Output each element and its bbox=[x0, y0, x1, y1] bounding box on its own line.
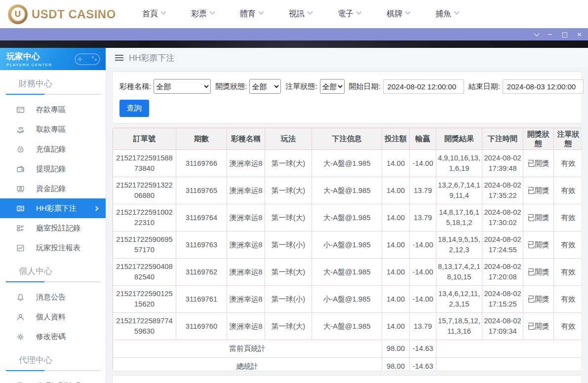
order-status-select[interactable]: 全部 bbox=[320, 79, 345, 94]
column-header: 投注額 bbox=[382, 128, 410, 150]
sidebar-item-label: 個人資料 bbox=[36, 312, 66, 322]
sidebar-item[interactable]: HH彩票下注 bbox=[0, 198, 106, 218]
profile-icon bbox=[16, 312, 25, 321]
withdraw-icon bbox=[16, 125, 25, 134]
chevron-down-icon bbox=[405, 9, 410, 15]
table-cell: 澳洲幸运8 bbox=[227, 150, 265, 177]
column-header: 下注時間 bbox=[482, 128, 523, 150]
table-cell: 有效 bbox=[554, 231, 583, 259]
table-cell: 已開獎 bbox=[523, 286, 554, 313]
table-cell: 已開獎 bbox=[523, 313, 554, 340]
nav-item-4[interactable]: 視訊 bbox=[289, 9, 312, 19]
sidebar-item[interactable]: 代理規則說明 bbox=[0, 376, 106, 383]
table-cell: 澳洲幸运8 bbox=[227, 204, 265, 231]
table-cell: 2152172259069557170 bbox=[113, 231, 176, 259]
section-divider bbox=[6, 281, 101, 282]
nav-item-6[interactable]: 棋牌 bbox=[387, 9, 410, 19]
sidebar-item[interactable]: 提現記錄 bbox=[0, 159, 106, 179]
sidebar-item[interactable]: 個人資料 bbox=[0, 307, 106, 327]
sidebar-item[interactable]: 修改密碼 bbox=[0, 327, 106, 346]
withdrawal-record-icon bbox=[16, 164, 25, 173]
sidebar-item-label: 存款專區 bbox=[36, 105, 66, 115]
table-cell: 14.00 bbox=[382, 231, 410, 259]
coin-letter: U bbox=[10, 6, 26, 22]
table-cell: 已開獎 bbox=[523, 177, 554, 204]
window-maximize-button[interactable]: □ bbox=[562, 31, 568, 38]
table-cell: 2152172259158873840 bbox=[113, 150, 176, 177]
table-cell: 2152172259132206880 bbox=[113, 177, 176, 204]
table-cell: 13,4,6,12,11,2,3,15 bbox=[436, 286, 482, 313]
sidebar-item[interactable]: 資金記錄 bbox=[0, 179, 106, 198]
app-window: U USDT CASINO 首頁彩票體育視訊電子棋牌捕魚 − □ × 玩家中心 … bbox=[0, 0, 588, 383]
summary-empty-cell bbox=[436, 358, 583, 372]
table-cell: 4,9,10,16,13,1,6,19 bbox=[436, 150, 482, 177]
lottery-name-select[interactable]: 全部 bbox=[154, 79, 211, 94]
page-title: HH彩票下注 bbox=[129, 52, 175, 64]
table-cell: 2024-08-02 17:35:22 bbox=[482, 177, 523, 204]
table-cell: 14.00 bbox=[382, 313, 410, 340]
table-cell: 大-A盤@1.985 bbox=[312, 150, 382, 177]
end-date-input[interactable] bbox=[503, 79, 584, 94]
sidebar-item[interactable]: 玩家投注報表 bbox=[0, 238, 106, 258]
main-nav: 首頁彩票體育視訊電子棋牌捕魚 bbox=[142, 9, 459, 19]
draw-status-select[interactable]: 全部 bbox=[249, 79, 281, 94]
search-button[interactable]: 查詢 bbox=[119, 100, 149, 117]
table-row: 215217225913220688031169765澳洲幸运8第一球(大)大-… bbox=[113, 177, 583, 204]
sidebar-item[interactable]: 充值記錄 bbox=[0, 139, 106, 159]
table-cell: 2024-08-02 17:39:48 bbox=[482, 150, 523, 177]
bets-table-panel: 訂單號期數彩種名稱玩法下注信息投注額輸贏開獎結果下注時間開獎狀態注單狀態 215… bbox=[112, 127, 582, 371]
table-cell: 澳洲幸运8 bbox=[227, 286, 265, 313]
column-header: 期數 bbox=[176, 128, 227, 150]
window-close-button[interactable]: × bbox=[577, 31, 582, 38]
table-cell: 2152172259040882540 bbox=[113, 259, 176, 286]
draw-status-label: 開獎狀態: bbox=[215, 82, 247, 91]
table-cell: 31169764 bbox=[176, 204, 227, 231]
table-cell: -14.00 bbox=[410, 150, 436, 177]
sidebar-toggle-icon[interactable] bbox=[115, 55, 123, 61]
table-row: 215217225904088254031169762澳洲幸运8第一球(大)大-… bbox=[113, 259, 583, 286]
table-cell: 13.79 bbox=[410, 177, 436, 204]
chevron-down-icon bbox=[307, 9, 313, 15]
funds-record-icon bbox=[16, 184, 25, 193]
column-header: 輸贏 bbox=[410, 128, 436, 150]
chevron-down-icon bbox=[258, 9, 264, 15]
start-date-label: 開始日期: bbox=[349, 82, 381, 91]
column-header: 下注信息 bbox=[312, 128, 382, 150]
sidebar-section-title: 代理中心 bbox=[19, 354, 106, 366]
table-cell: 2152172259012515620 bbox=[113, 286, 176, 313]
table-cell: 2024-08-02 17:09:34 bbox=[482, 313, 523, 340]
sidebar-item[interactable]: 存款專區 bbox=[0, 100, 106, 119]
start-date-input[interactable] bbox=[383, 79, 464, 94]
window-dropdown-icon[interactable] bbox=[534, 31, 539, 36]
sidebar: 玩家中心 PLAYERS CENTER 財務中心存款專區取款專區充值記錄提現記錄… bbox=[0, 48, 106, 383]
table-cell: 14.00 bbox=[382, 177, 410, 204]
nav-item-3[interactable]: 體育 bbox=[240, 9, 263, 19]
nav-item-label: 電子 bbox=[338, 9, 353, 19]
table-cell: 大-A盤@1.985 bbox=[312, 259, 382, 286]
column-header: 開獎狀態 bbox=[523, 128, 554, 150]
window-minimize-button[interactable]: − bbox=[548, 31, 553, 38]
logo: U USDT CASINO bbox=[8, 4, 121, 24]
column-header: 注單狀態 bbox=[554, 128, 583, 150]
sidebar-item-label: 資金記錄 bbox=[36, 184, 66, 193]
table-cell: 有效 bbox=[554, 286, 583, 313]
chevron-down-icon bbox=[160, 9, 166, 15]
sidebar-item-label: HH彩票下注 bbox=[36, 204, 77, 213]
table-cell: 澳洲幸运8 bbox=[227, 231, 265, 259]
nav-item-7[interactable]: 捕魚 bbox=[435, 9, 459, 19]
table-cell: 第一球(大) bbox=[265, 177, 312, 204]
table-cell: 大-A盤@1.985 bbox=[312, 204, 382, 231]
table-cell: 2024-08-02 17:30:02 bbox=[482, 204, 523, 231]
nav-item-2[interactable]: 彩票 bbox=[191, 9, 214, 19]
sidebar-item[interactable]: 廳室投註記錄 bbox=[0, 218, 106, 238]
sidebar-item[interactable]: 取款專區 bbox=[0, 119, 106, 139]
table-row: 215217225906955717031169763澳洲幸运8第一球(小)小-… bbox=[113, 231, 583, 259]
bets-table: 訂單號期數彩種名稱玩法下注信息投注額輸贏開獎結果下注時間開獎狀態注單狀態 215… bbox=[113, 128, 582, 371]
sidebar-item[interactable]: 消息公告 bbox=[0, 287, 106, 307]
table-cell: 已開獎 bbox=[523, 231, 554, 259]
table-cell: 澳洲幸运8 bbox=[227, 259, 265, 286]
nav-item-5[interactable]: 電子 bbox=[338, 9, 361, 19]
nav-item-1[interactable]: 首頁 bbox=[142, 9, 165, 19]
table-cell: 31169766 bbox=[176, 150, 227, 177]
table-cell: 18,14,9,5,15,2,12,3 bbox=[436, 231, 482, 259]
